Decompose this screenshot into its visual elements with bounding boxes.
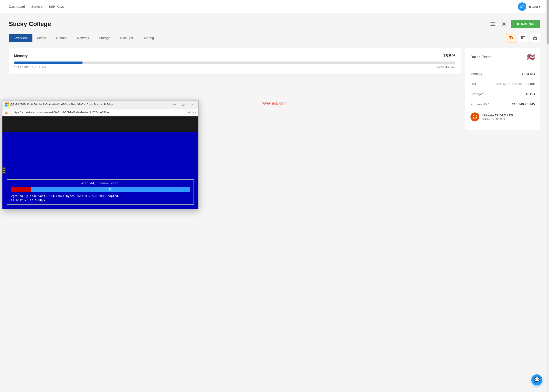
memory-card-title: Memory <box>14 54 28 58</box>
tab-media[interactable]: Media <box>32 34 51 42</box>
avatar: LT <box>518 2 526 11</box>
console-button[interactable] <box>518 33 528 43</box>
tab-actions <box>506 33 540 43</box>
os-info: Ubuntu 22.04.2 LTS 5.15.0-71-generic <box>482 113 513 120</box>
svg-line-13 <box>475 117 476 118</box>
tabs-row: Overview Media Options Network Storage B… <box>9 33 540 43</box>
os-name: Ubuntu 22.04.2 LTS <box>482 113 513 117</box>
nav-servers[interactable]: Servers <box>31 5 43 8</box>
status-badge: RUNNING <box>511 20 540 28</box>
tab-storage[interactable]: Storage <box>94 34 115 42</box>
tab-sharing[interactable]: Sharing <box>138 34 159 42</box>
vnc-minimize-button[interactable]: ─ <box>171 101 178 108</box>
scrollbar-thumb[interactable] <box>547 0 549 44</box>
country-flag: 🇺🇸 <box>527 53 535 61</box>
os-row: Ubuntu 22.04.2 LTS 5.15.0-71-generic <box>471 109 535 124</box>
storage-label: Storage: <box>471 92 483 96</box>
vnc-titlebar: QEMU (96fe31d8-50b1-48a6-abed-af3d620cce… <box>2 101 198 108</box>
vnc-content: wget dd, please wait: 9% wget dd, please… <box>2 116 198 136</box>
nav-ssh-keys[interactable]: SSH Keys <box>49 5 64 8</box>
user-section: LT lu tang ▾ <box>518 2 540 11</box>
memory-progress-bg <box>14 62 456 64</box>
memory-label: Memory: <box>471 72 483 76</box>
vnc-read-icon: Aᵃ <box>188 111 191 114</box>
user-menu[interactable]: lu tang ▾ <box>528 5 540 8</box>
specs-panel: Dallas, Texas 🇺🇸 Memory: 1024 MB CPU: AM… <box>465 48 540 130</box>
nav-dashboard[interactable]: Dashboard <box>9 5 25 8</box>
top-navigation: Dashboard Servers SSH Keys LT lu tang ▾ <box>0 0 549 13</box>
vnc-blue-area: wget dd, please wait: 9% wget dd, please… <box>2 132 198 136</box>
memory-percentage: 15.5% <box>443 53 456 58</box>
scrollbar-track[interactable] <box>546 0 549 136</box>
ipv4-label: Primary IPv4: <box>471 102 490 106</box>
vnc-title-left: QEMU (96fe31d8-50b1-48a6-abed-af3d620cce… <box>5 103 113 106</box>
windows-icon <box>5 103 9 106</box>
vnc-addressbar: 🔒 https://vm.extravm.com/server/96fe31d8… <box>2 108 198 116</box>
svg-point-8 <box>474 115 475 116</box>
tab-backups[interactable]: Backups <box>115 34 138 42</box>
spec-storage-row: Storage: 15 GB <box>471 89 535 99</box>
memory-used: 159.17 MB of 1 GB Used <box>14 65 46 69</box>
memory-card-footer: 159.17 MB of 1 GB Used 864.83 MB Free <box>14 65 456 69</box>
memory-value: 1024 MB <box>522 72 535 76</box>
vnc-controls: ─ □ ✕ <box>171 101 196 108</box>
lock-button[interactable] <box>530 33 540 43</box>
ipv4-value: 216.146.25.145 <box>512 102 535 106</box>
ubuntu-icon <box>471 112 479 121</box>
memory-free: 864.83 MB Free <box>435 65 456 69</box>
svg-point-9 <box>473 117 474 118</box>
cpu-value: AMD Ryzen 9 3900X 1 Core <box>496 82 535 86</box>
memory-card: Memory 15.5% 159.17 MB of 1 GB Used 864.… <box>9 48 461 74</box>
restart-button[interactable] <box>506 33 516 43</box>
vnc-reader-icon: аа <box>193 111 196 114</box>
tab-network[interactable]: Network <box>72 34 94 42</box>
tab-options[interactable]: Options <box>51 34 72 42</box>
server-title: Sticky College <box>9 21 51 28</box>
vnc-lock-icon: 🔒 <box>5 111 8 114</box>
server-location: Dallas, Texas 🇺🇸 <box>471 53 535 64</box>
tab-overview[interactable]: Overview <box>9 34 32 42</box>
header-actions: RUNNING <box>489 20 540 28</box>
vnc-close-button[interactable]: ✕ <box>188 101 196 108</box>
os-kernel: 5.15.0-71-generic <box>482 117 513 120</box>
storage-value: 15 GB <box>525 92 535 96</box>
nav-links: Dashboard Servers SSH Keys <box>9 5 64 8</box>
svg-rect-6 <box>534 37 537 40</box>
memory-card-header: Memory 15.5% <box>14 53 456 58</box>
server-options-icon[interactable] <box>489 20 497 28</box>
spec-ipv4-row: Primary IPv4: 216.146.25.145 <box>471 99 535 109</box>
memory-progress-fill <box>14 62 83 64</box>
settings-icon[interactable] <box>500 20 508 28</box>
vnc-url-bar[interactable]: https://vm.extravm.com/server/96fe31d8-5… <box>10 110 186 115</box>
vnc-window[interactable]: QEMU (96fe31d8-50b1-48a6-abed-af3d620cce… <box>2 100 199 136</box>
location-text: Dallas, Texas <box>471 55 492 59</box>
vnc-black-area <box>2 116 198 132</box>
vnc-maximize-button[interactable]: □ <box>179 101 187 108</box>
svg-line-12 <box>474 117 475 118</box>
svg-point-10 <box>476 117 477 118</box>
svg-point-3 <box>503 23 505 25</box>
server-header: Sticky College RUNNING <box>9 20 540 28</box>
spec-cpu-row: CPU: AMD Ryzen 9 3900X 1 Core <box>471 79 535 89</box>
cpu-label: CPU: <box>471 82 478 86</box>
vnc-title-text: QEMU (96fe31d8-50b1-48a6-abed-af3d620cce… <box>10 103 113 106</box>
spec-memory-row: Memory: 1024 MB <box>471 69 535 79</box>
